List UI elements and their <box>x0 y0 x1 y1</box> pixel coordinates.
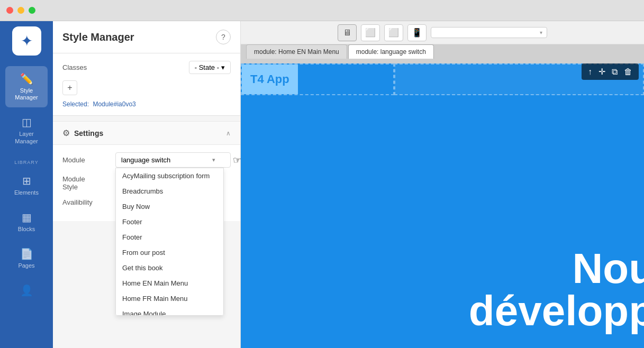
style-manager-panel: Style Manager ? Classes - State - ▾ + Se… <box>53 21 241 348</box>
dropdown-item-footer-1[interactable]: Footer <box>116 214 223 230</box>
availability-label: Availibility <box>62 198 110 206</box>
sidebar-item-label: StyleManager <box>15 87 38 101</box>
module-dropdown-list[interactable]: AcyMailing subscription form Breadcrumbs… <box>115 168 224 316</box>
help-button[interactable]: ? <box>216 30 231 44</box>
logo-icon: ✦ <box>21 32 33 50</box>
delete-icon[interactable]: 🗑 <box>622 66 634 78</box>
device-tablet-landscape-button[interactable]: ⬜ <box>361 24 380 41</box>
icon-sidebar: ✦ ✏️ StyleManager ◫ LayerManager LIBRARY… <box>0 21 53 348</box>
device-desktop-button[interactable]: 🖥 <box>338 24 357 41</box>
state-dropdown-label: - State - <box>195 63 219 71</box>
classes-label: Classes <box>62 63 87 71</box>
chevron-down-icon: ▾ <box>221 63 225 71</box>
url-dropdown-arrow: ▾ <box>540 30 542 35</box>
chevron-down-icon: ▾ <box>212 157 215 163</box>
state-dropdown[interactable]: - State - ▾ <box>189 61 231 74</box>
module-style-label: ModuleStyle <box>62 175 110 191</box>
canvas-viewport: module: Home EN Main Menu module: langua… <box>241 44 644 348</box>
gear-icon: ⚙ <box>62 128 70 138</box>
canvas-toolbar: 🖥 ⬜ ⬜ 📱 ▾ <box>241 21 644 44</box>
tablet-landscape-icon: ⬜ <box>365 28 376 38</box>
dropdown-item-get-this-book[interactable]: Get this book <box>116 260 223 276</box>
module-selected-value: language switch <box>121 156 170 164</box>
sidebar-item-users[interactable]: 👤 <box>5 278 48 305</box>
logo: ✦ <box>12 26 41 56</box>
module-label: Module <box>62 156 110 164</box>
app-container: ✦ ✏️ StyleManager ◫ LayerManager LIBRARY… <box>0 21 644 348</box>
blocks-icon: ▦ <box>22 211 32 224</box>
cursor-pointer: ☞ <box>233 154 241 166</box>
settings-body: Module language switch ▾ ☞ AcyMailing su… <box>53 145 240 221</box>
settings-header-left: ⚙ Settings <box>62 128 103 138</box>
sidebar-item-label: Blocks <box>18 226 35 233</box>
selected-info: Selected: Module#ia0vo3 <box>62 100 231 108</box>
sidebar-item-style-manager[interactable]: ✏️ StyleManager <box>5 66 48 107</box>
tablet-icon: ⬜ <box>388 28 399 38</box>
sidebar-item-label: Pages <box>18 262 34 269</box>
sidebar-item-elements[interactable]: ⊞ Elements <box>5 168 48 203</box>
module-dropdown[interactable]: language switch ▾ <box>115 152 231 168</box>
module-tabs: module: Home EN Main Menu module: langua… <box>241 44 644 59</box>
close-button[interactable] <box>6 7 13 14</box>
classes-section: Classes - State - ▾ + Selected: Module#i… <box>53 53 240 116</box>
dropdown-item-footer-2[interactable]: Footer <box>116 230 223 245</box>
canvas-big-text-line1: Nou <box>469 248 644 290</box>
settings-section: ⚙ Settings ∧ Module language switch ▾ ☞ <box>53 121 240 221</box>
sidebar-item-blocks[interactable]: ▦ Blocks <box>5 205 48 239</box>
panel-title: Style Manager <box>62 31 134 43</box>
classes-row: Classes - State - ▾ <box>62 61 231 74</box>
user-icon: 👤 <box>20 284 33 297</box>
minimize-button[interactable] <box>17 7 24 14</box>
desktop-icon: 🖥 <box>343 28 351 38</box>
dropdown-item-breadcrumbs[interactable]: Breadcrumbs <box>116 184 223 199</box>
module-dropdown-container: language switch ▾ ☞ AcyMailing subscript… <box>115 152 231 168</box>
module-row: Module language switch ▾ ☞ AcyMailing su… <box>62 152 231 168</box>
elements-icon: ⊞ <box>22 175 31 187</box>
dropdown-item-acymailing[interactable]: AcyMailing subscription form <box>116 168 223 184</box>
panel-header: Style Manager ? <box>53 21 240 53</box>
library-section-label: LIBRARY <box>14 160 38 165</box>
chevron-up-icon: ∧ <box>226 130 231 137</box>
canvas-big-text: Nou développ <box>469 248 644 332</box>
sidebar-item-pages[interactable]: 📄 Pages <box>5 241 48 276</box>
sidebar-item-label: Elements <box>14 189 39 196</box>
duplicate-icon[interactable]: ⧉ <box>610 66 620 78</box>
module-tab-language-switch[interactable]: module: language switch <box>348 44 434 59</box>
module-tab-home-en[interactable]: module: Home EN Main Menu <box>246 44 347 59</box>
canvas-header-left: T4 App <box>241 63 394 95</box>
dropdown-item-home-fr[interactable]: Home FR Main Menu <box>116 291 223 306</box>
sidebar-item-label: LayerManager <box>15 131 38 144</box>
move-up-icon[interactable]: ↑ <box>586 66 594 78</box>
settings-title: Settings <box>74 129 103 138</box>
float-action-bar: ↑ ✛ ⧉ 🗑 <box>582 63 639 80</box>
sidebar-item-layer-manager[interactable]: ◫ LayerManager <box>5 109 48 151</box>
selected-label: Selected: <box>62 100 89 108</box>
canvas-big-text-line2: développ <box>469 290 644 332</box>
canvas-content: T4 App Nou développ <box>241 63 644 348</box>
settings-header[interactable]: ⚙ Settings ∧ <box>53 121 240 145</box>
move-icon[interactable]: ✛ <box>596 66 607 78</box>
layers-icon: ◫ <box>22 116 32 129</box>
maximize-button[interactable] <box>29 7 35 14</box>
dropdown-item-image-module[interactable]: Image Module <box>116 306 223 316</box>
device-tablet-button[interactable]: ⬜ <box>384 24 403 41</box>
dropdown-item-from-our-post[interactable]: From our post <box>116 245 223 260</box>
device-mobile-button[interactable]: 📱 <box>407 24 427 41</box>
canvas-area: 🖥 ⬜ ⬜ 📱 ▾ module: Home EN Main Menu modu… <box>241 21 644 348</box>
canvas-app-title: T4 App <box>242 65 298 94</box>
brush-icon: ✏️ <box>20 72 33 85</box>
selected-value: Module#ia0vo3 <box>93 100 135 108</box>
dropdown-item-buy-now[interactable]: Buy Now <box>116 199 223 214</box>
pages-icon: 📄 <box>20 248 33 260</box>
mobile-icon: 📱 <box>412 28 422 38</box>
titlebar <box>0 0 644 21</box>
dropdown-item-home-en[interactable]: Home EN Main Menu <box>116 276 223 291</box>
add-class-button[interactable]: + <box>62 80 77 95</box>
url-bar[interactable]: ▾ <box>431 27 547 38</box>
